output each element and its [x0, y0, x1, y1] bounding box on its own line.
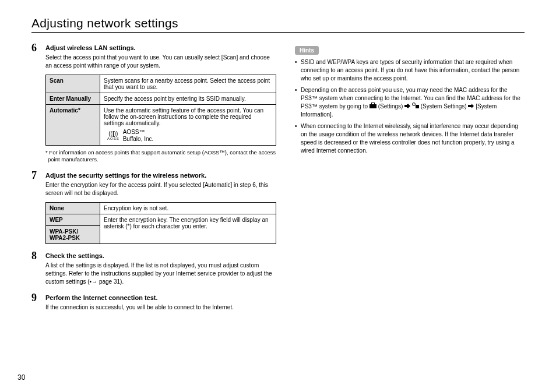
- option-desc: System scans for a nearby access point. …: [100, 75, 276, 93]
- page-title: Adjusting network settings: [31, 16, 525, 30]
- step-text: A list of the settings is displayed. If …: [45, 262, 276, 286]
- title-rule: [31, 32, 525, 33]
- option-name: Automatic*: [46, 105, 100, 146]
- table-row: Enter Manually Specify the access point …: [46, 93, 276, 105]
- arrow-right-icon: [468, 103, 474, 111]
- aoss-name: AOSS™: [123, 129, 145, 135]
- manual-page: Adjusting network settings 6 Adjust wire…: [0, 0, 556, 392]
- aoss-icon: ((|))AOSS: [107, 131, 119, 140]
- aoss-text: AOSS™ Buffalo, Inc.: [123, 129, 154, 143]
- table-row: None Encryption key is not set.: [46, 202, 276, 214]
- svg-rect-6: [416, 105, 419, 108]
- step-heading: Adjust wireless LAN settings.: [45, 44, 276, 51]
- step-8: 8 Check the settings. A list of the sett…: [31, 252, 276, 286]
- aoss-row: ((|))AOSS AOSS™ Buffalo, Inc.: [104, 129, 272, 143]
- option-name: None: [46, 202, 100, 214]
- step-number: 9: [31, 292, 37, 304]
- option-name: Scan: [46, 75, 100, 93]
- arrow-right-icon: •→: [90, 278, 98, 286]
- step-text: Select the access point that you want to…: [45, 54, 276, 70]
- option-desc: Specify the access point by entering its…: [100, 93, 276, 105]
- aoss-vendor: Buffalo, Inc.: [123, 136, 154, 142]
- hint-item: SSID and WEP/WPA keys are types of secur…: [295, 58, 525, 83]
- step-6: 6 Adjust wireless LAN settings. Select t…: [31, 44, 276, 164]
- page-number: 30: [17, 373, 25, 382]
- system-settings-icon: [412, 103, 419, 111]
- hint-item: Depending on the access point you use, y…: [295, 86, 525, 119]
- table-row: Automatic* Use the automatic setting fea…: [46, 105, 276, 146]
- step-text: If the connection is successful, you wil…: [45, 303, 276, 312]
- option-name: WPA-PSK/ WPA2-PSK: [46, 225, 100, 243]
- content-columns: 6 Adjust wireless LAN settings. Select t…: [31, 44, 525, 320]
- hint-item: When connecting to the Internet wireless…: [295, 122, 525, 155]
- step-text: Enter the encryption key for the access …: [45, 181, 276, 197]
- hints-badge: Hints: [295, 46, 319, 55]
- step-number: 8: [31, 250, 37, 262]
- option-desc-text: Use the automatic setting feature of the…: [104, 107, 263, 126]
- table-row: WEP Enter the encryption key. The encryp…: [46, 214, 276, 225]
- step-heading: Check the settings.: [45, 252, 276, 259]
- security-options-table: None Encryption key is not set. WEP Ente…: [45, 202, 276, 244]
- svg-rect-0: [370, 104, 376, 108]
- step-number: 7: [31, 169, 37, 182]
- lan-options-table: Scan System scans for a nearby access po…: [45, 75, 276, 146]
- svg-rect-2: [372, 103, 374, 104]
- option-name: Enter Manually: [46, 93, 100, 105]
- svg-marker-7: [468, 104, 474, 108]
- step-heading: Perform the Internet connection test.: [45, 294, 276, 301]
- step-heading: Adjust the security settings for the wir…: [45, 172, 276, 179]
- option-name: WEP: [46, 214, 100, 225]
- toolbox-icon: [370, 103, 376, 111]
- hints-list: SSID and WEP/WPA keys are types of secur…: [295, 58, 525, 155]
- step-number: 6: [31, 42, 37, 54]
- arrow-right-icon: [404, 103, 410, 111]
- step-7: 7 Adjust the security settings for the w…: [31, 172, 276, 244]
- right-column: Hints SSID and WEP/WPA keys are types of…: [295, 44, 525, 320]
- step-9: 9 Perform the Internet connection test. …: [31, 294, 276, 312]
- left-column: 6 Adjust wireless LAN settings. Select t…: [31, 44, 276, 320]
- step-footnote: * For information on access points that …: [48, 149, 276, 164]
- option-desc: Enter the encryption key. The encryption…: [100, 214, 276, 243]
- svg-point-5: [412, 103, 415, 106]
- option-desc: Use the automatic setting feature of the…: [100, 105, 276, 146]
- table-row: Scan System scans for a nearby access po…: [46, 75, 276, 93]
- option-desc: Encryption key is not set.: [100, 202, 276, 214]
